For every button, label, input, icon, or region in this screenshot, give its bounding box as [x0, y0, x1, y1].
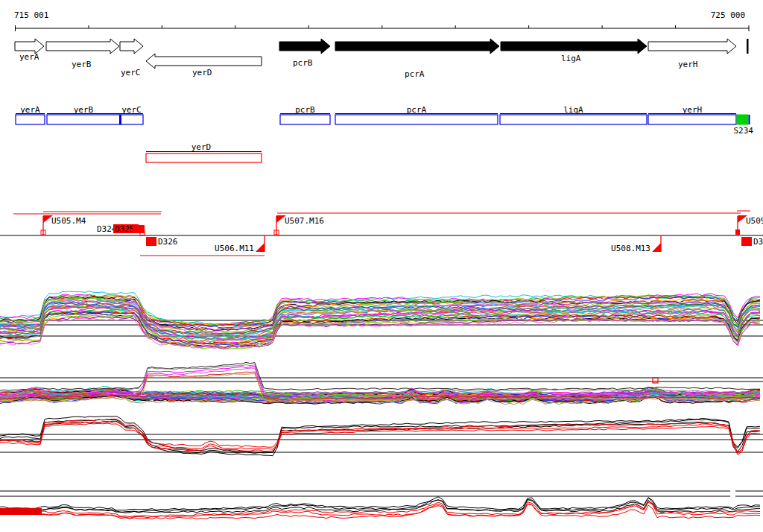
ruler-end-label: 725 000: [711, 10, 745, 20]
feature-box-divider: [119, 115, 121, 124]
genome-browser-canvas[interactable]: 715 001725 000yerAyerByerCyerDpcrBpcrAli…: [0, 0, 763, 532]
plot-track-2: [0, 358, 763, 408]
feature-box-yerC[interactable]: [120, 115, 143, 124]
gene-arrow-track: yerAyerByerCyerDpcrBpcrAligAyerH: [15, 39, 749, 79]
marker-box-D327[interactable]: [741, 237, 752, 246]
primer-label-U509: U509: [746, 216, 763, 226]
feature-box-yerB[interactable]: [47, 115, 120, 124]
gene-label-yerB: yerB: [72, 60, 92, 69]
primer-flag-U508.M13[interactable]: [652, 235, 661, 252]
gene-label-yerA: yerA: [19, 52, 39, 62]
plot-series: [0, 421, 760, 455]
flag-base-square: [735, 229, 740, 235]
gene-label-yerD: yerD: [192, 68, 212, 77]
plot-red-block: [0, 508, 42, 515]
feature-box-label-yerA: yerA: [20, 105, 40, 115]
feature-box-yerA[interactable]: [16, 115, 45, 124]
gene-label-yerC: yerC: [121, 68, 141, 77]
reverse-feature-box-yerD[interactable]: [146, 153, 262, 162]
feature-box-label-pcrA: pcrA: [407, 105, 427, 115]
marker-label-D326: D326: [158, 237, 178, 247]
primer-label-U506.M11: U506.M11: [215, 244, 254, 253]
gene-arrow-pcrB[interactable]: [279, 39, 330, 54]
feature-box-label-pcrB: pcrB: [295, 105, 315, 115]
plot-series: [0, 421, 760, 453]
gene-label-yerH: yerH: [678, 60, 698, 69]
gene-arrow-yerC[interactable]: [120, 39, 143, 54]
ruler: 715 001725 000: [14, 10, 749, 31]
gene-arrow-ligA[interactable]: [501, 39, 647, 54]
feature-box-label-yerB: yerB: [74, 105, 94, 115]
plot-marker-square: [653, 378, 658, 383]
flag-pennant-icon: [256, 243, 265, 252]
feature-box-S234[interactable]: [737, 115, 748, 124]
feature-box-track: yerAyerByerCpcrBpcrAligAyerHS234: [16, 105, 753, 136]
primer-label-U508.M13: U508.M13: [611, 244, 650, 253]
plot-track-3-canvas[interactable]: [0, 414, 763, 471]
gene-label-pcrA: pcrA: [405, 69, 425, 79]
plot-series: [0, 362, 760, 390]
gene-label-ligA: ligA: [561, 54, 581, 63]
feature-box-label-S234: S234: [734, 126, 754, 136]
primer-track: U505.M4U507.M16U509U506.M11U508.M13D324D…: [0, 211, 763, 256]
feature-box-label-yerH: yerH: [683, 105, 703, 115]
plot-series: [0, 497, 760, 510]
gene-arrow-yerH[interactable]: [648, 39, 736, 54]
feature-box-pcrB[interactable]: [280, 115, 330, 124]
plot-track-4: [0, 484, 763, 532]
gene-arrow-yerB[interactable]: [46, 39, 119, 54]
feature-box-ligA[interactable]: [500, 115, 647, 124]
primer-label-U505.M4: U505.M4: [51, 216, 86, 226]
feature-box-yerH[interactable]: [648, 115, 736, 124]
reverse-feature-track: yerD: [146, 142, 262, 162]
primer-label-U507.M16: U507.M16: [285, 216, 324, 226]
gene-arrow-pcrA[interactable]: [335, 39, 499, 54]
plot-track-1: [0, 289, 763, 352]
plot-track-3: [0, 414, 763, 471]
feature-box-label-ligA: ligA: [563, 105, 583, 115]
gene-edge-fragment[interactable]: [747, 39, 749, 54]
marker-box-D326[interactable]: [146, 237, 156, 246]
flag-pennant-icon: [652, 243, 661, 252]
feature-box-label-yerC: yerC: [121, 105, 142, 115]
marker-label-D325: D325: [115, 224, 135, 234]
marker-label-D327: D327: [753, 237, 763, 247]
gene-arrow-yerD[interactable]: [146, 54, 262, 69]
marker-box[interactable]: [133, 225, 145, 233]
plot-series: [0, 318, 760, 349]
primer-flag-U506.M11[interactable]: [256, 235, 265, 252]
gene-label-pcrB: pcrB: [293, 58, 313, 68]
gene-arrow-yerA[interactable]: [15, 39, 44, 54]
genome-browser-window: 715 001725 000yerAyerByerCyerDpcrBpcrAli…: [0, 0, 763, 532]
feature-box-pcrA[interactable]: [335, 115, 498, 124]
reverse-feature-label-yerD: yerD: [191, 142, 212, 152]
ruler-start-label: 715 001: [14, 10, 48, 20]
